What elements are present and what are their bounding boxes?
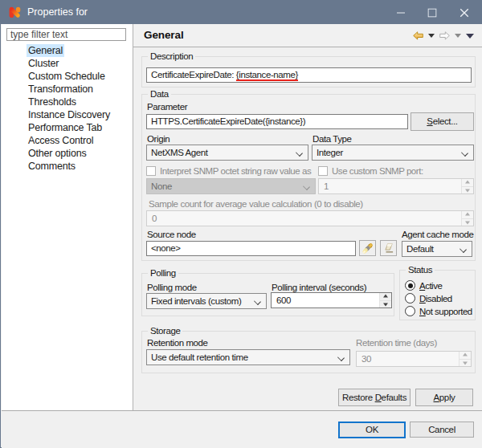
clear-source-node-button[interactable] <box>380 240 397 256</box>
polling-mode-combo-chevron-icon <box>255 299 260 304</box>
sidebar-item-comments[interactable]: Comments <box>2 160 133 173</box>
storage-group: Storage Retention mode Retention time (d… <box>141 331 476 373</box>
sidebar-item-label: Performance Tab <box>27 121 104 134</box>
retention-mode-combo[interactable]: Use default retention time <box>146 349 350 365</box>
apply-button[interactable]: Apply <box>415 389 473 406</box>
description-value-prefix: CertificateExpireDate: <box>151 70 236 79</box>
general-page: Description CertificateExpireDate: {inst… <box>133 48 482 410</box>
page-header: General <box>133 24 482 47</box>
polling-interval-value: 600 <box>276 295 291 305</box>
snmp-port-spinner: 1 <box>318 178 474 194</box>
ok-button-label: OK <box>340 423 404 437</box>
description-group-label: Description <box>148 51 195 63</box>
select-source-node-button[interactable] <box>359 240 376 256</box>
source-node-field[interactable]: <none> <box>146 241 356 256</box>
polling-mode-value: Fixed intervals (custom) <box>151 296 241 306</box>
label-part-mnemonic: D <box>375 393 382 402</box>
label-part: pply <box>439 393 455 402</box>
restore-defaults-button[interactable]: Restore Defaults <box>338 389 411 406</box>
maximize-button[interactable] <box>416 1 448 24</box>
polling-interval-spinner-arrows[interactable] <box>379 293 391 307</box>
data-type-combo[interactable]: Integer <box>312 145 474 161</box>
cancel-button[interactable]: Cancel <box>410 422 474 438</box>
data-type-combo-chevron-icon <box>462 150 468 156</box>
origin-value: NetXMS Agent <box>151 148 208 157</box>
back-history-dropdown-icon[interactable] <box>428 34 435 38</box>
status-radio-label: Active <box>419 280 442 291</box>
sidebar-item-label: General <box>27 44 64 57</box>
filter-input[interactable] <box>6 28 126 41</box>
snmp-raw-type-value: None <box>151 181 172 191</box>
status-radio-label: Not supported <box>419 306 472 317</box>
category-sidebar: GeneralClusterCustom ScheduleTransformat… <box>2 24 133 410</box>
forward-history-dropdown-icon[interactable] <box>455 34 461 38</box>
sidebar-item-transformation[interactable]: Transformation <box>2 83 133 96</box>
radio-circle-icon <box>405 280 415 291</box>
storage-group-label: Storage <box>148 325 182 337</box>
sidebar-item-cluster[interactable]: Cluster <box>2 57 133 70</box>
sidebar-item-label: Cluster <box>27 57 60 70</box>
title-bar: Properties for <box>1 1 481 24</box>
description-value-instance-name: {instance-name} <box>236 70 298 81</box>
parameter-field[interactable]: HTTPS.CertificateExpireDate({instance}) <box>146 114 408 129</box>
agent-cache-mode-combo[interactable]: Default <box>402 241 472 257</box>
retention-mode-value: Use default retention time <box>151 352 248 362</box>
button-bar: OK Cancel <box>2 411 482 448</box>
maximize-icon <box>428 8 437 17</box>
retention-time-label: Retention time (days) <box>356 338 437 348</box>
view-menu-icon[interactable] <box>466 34 474 39</box>
minimize-button[interactable] <box>385 1 417 24</box>
agent-cache-mode-value: Default <box>406 244 434 254</box>
parameter-value: HTTPS.CertificateExpireDate({instance}) <box>151 116 305 126</box>
label-part: ot supported <box>426 307 472 316</box>
ok-button[interactable]: OK <box>338 422 406 438</box>
retention-mode-combo-chevron-icon <box>338 355 344 360</box>
polling-mode-combo[interactable]: Fixed intervals (custom) <box>146 293 267 309</box>
page-title: General <box>144 24 184 47</box>
agent-cache-mode-label: Agent cache mode <box>402 230 474 240</box>
sidebar-item-thresholds[interactable]: Thresholds <box>2 96 133 108</box>
select-button[interactable]: Select... <box>411 112 474 131</box>
snmp-port-spinner-arrows <box>461 179 473 193</box>
sidebar-item-instance-discovery[interactable]: Instance Discovery <box>2 108 133 121</box>
close-button[interactable] <box>448 1 480 24</box>
back-arrow-icon[interactable] <box>413 31 423 40</box>
sidebar-item-custom-schedule[interactable]: Custom Schedule <box>2 70 133 83</box>
forward-arrow-icon[interactable] <box>439 31 450 40</box>
description-field[interactable]: CertificateExpireDate: {instance-name} <box>146 67 472 83</box>
snmp-port-value: 1 <box>324 181 329 191</box>
sidebar-item-label: Access Control <box>27 134 95 147</box>
main-panel: General Description CertificateExpi <box>133 24 482 410</box>
sample-count-label: Sample count for average value calculati… <box>149 199 363 210</box>
eraser-icon <box>382 242 394 254</box>
label-part: elect... <box>433 116 458 126</box>
sample-count-spinner-up-icon <box>462 211 473 218</box>
page-nav <box>413 24 474 47</box>
window-title: Properties for <box>27 1 88 24</box>
origin-combo[interactable]: NetXMS Agent <box>146 145 308 161</box>
sidebar-item-label: Other options <box>27 147 88 160</box>
sidebar-item-performance-tab[interactable]: Performance Tab <box>2 121 133 134</box>
sidebar-item-other-options[interactable]: Other options <box>2 147 133 160</box>
restore-defaults-button-label: Restore Defaults <box>339 389 410 405</box>
sidebar-item-general[interactable]: General <box>2 44 133 57</box>
interpret-snmp-checkbox-box <box>146 166 156 176</box>
description-group: Description CertificateExpireDate: {inst… <box>141 56 476 88</box>
sidebar-item-label: Comments <box>27 160 77 173</box>
sidebar-item-access-control[interactable]: Access Control <box>2 134 133 147</box>
minimize-icon <box>397 8 406 17</box>
retention-mode-label: Retention mode <box>147 338 208 348</box>
parameter-label: Parameter <box>147 102 187 112</box>
source-node-label: Source node <box>147 230 196 240</box>
sidebar-item-label: Instance Discovery <box>27 108 112 121</box>
polling-interval-spinner-down-icon <box>380 300 391 308</box>
properties-dialog: Properties for GeneralClusterCustom Sche… <box>0 0 482 448</box>
polling-interval-spinner[interactable]: 600 <box>271 292 392 308</box>
status-group: Status ActiveDisabledNot supported <box>399 270 476 320</box>
sample-count-spinner-arrows <box>461 211 473 226</box>
close-icon <box>460 8 469 17</box>
sidebar-item-label: Thresholds <box>27 96 78 108</box>
label-part: ctive <box>425 281 442 291</box>
label-part-mnemonic: D <box>419 294 426 303</box>
custom-snmp-port-checkbox-label: Use custom SNMP port: <box>332 166 423 177</box>
